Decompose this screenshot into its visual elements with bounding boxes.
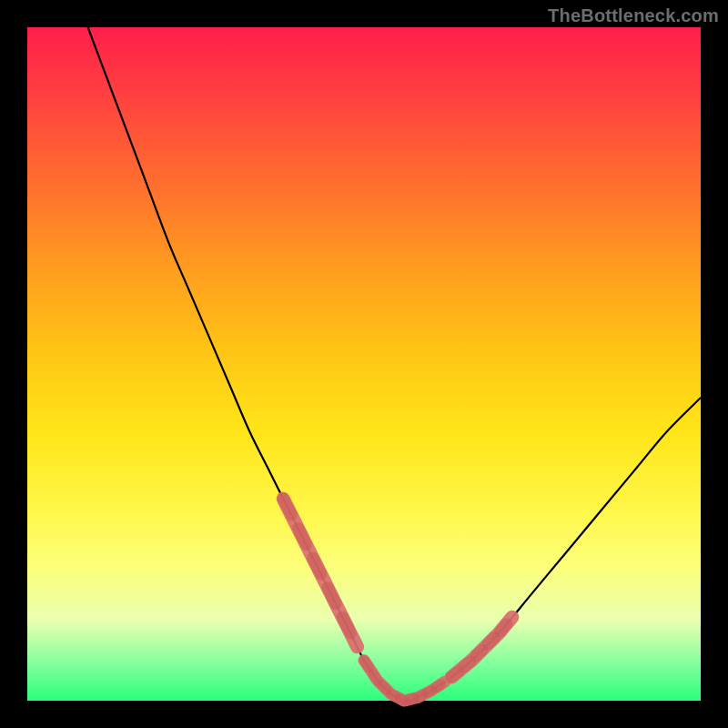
right-cluster-bead — [464, 662, 470, 667]
bottom-cluster-bead — [418, 695, 422, 698]
right-cluster-bead — [451, 672, 458, 677]
left-cluster-bead — [313, 558, 321, 574]
watermark-text: TheBottleneck.com — [548, 5, 719, 26]
plot-area — [27, 27, 701, 701]
right-cluster-bead — [488, 638, 494, 644]
left-cluster-bead — [328, 588, 336, 604]
chart-svg — [27, 27, 701, 701]
bottom-cluster-bead — [436, 684, 440, 688]
bottom-cluster-bead — [364, 661, 369, 668]
left-cluster-bead — [342, 617, 350, 633]
left-cluster-bead — [298, 529, 306, 545]
bottom-cluster-bead — [373, 673, 378, 681]
highlight-layer — [283, 499, 512, 701]
bottleneck-curve — [88, 27, 701, 701]
bottom-cluster-bead — [382, 685, 387, 690]
right-cluster-bead — [500, 623, 506, 632]
left-cluster-bead — [283, 499, 291, 515]
bottom-cluster-bead — [427, 691, 431, 693]
chart-frame: TheBottleneck.com — [0, 0, 728, 728]
bottom-cluster-bead — [391, 694, 396, 697]
right-cluster-bead — [476, 650, 482, 656]
